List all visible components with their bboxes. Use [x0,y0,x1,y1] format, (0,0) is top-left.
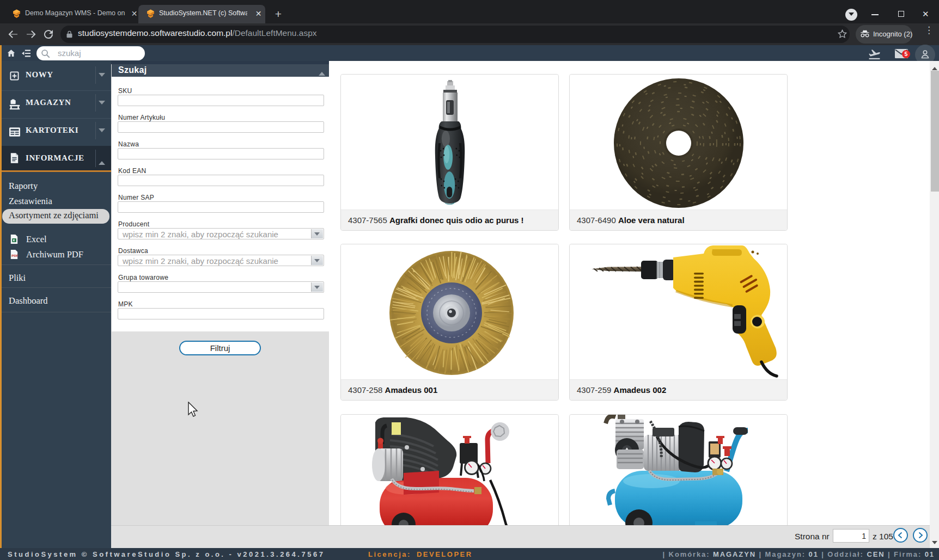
svg-text:PDF: PDF [11,254,18,257]
